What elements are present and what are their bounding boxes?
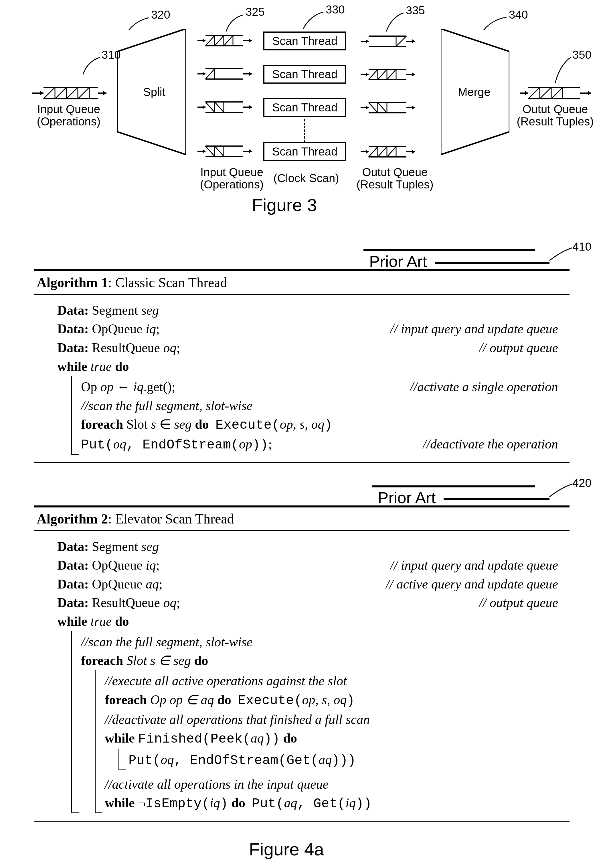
prior-art-rule-2a [372,485,535,487]
figure-3: Input Queue(Operations) Split Merge Scan… [0,0,605,252]
ref-330: 330 [326,3,345,16]
prior-art-rule-1a [364,249,535,251]
prior-art-2: Prior Art [378,488,436,507]
ref-325: 325 [246,6,265,18]
ref-420: 420 [573,477,591,489]
prior-art-rule-1b [435,262,549,264]
prior-art-rule-2b [444,498,549,500]
algo1-body: Data: Segment seg Data: OpQueue iq;// in… [34,294,569,462]
algorithm-1: Algorithm 1: Classic Scan Thread Data: S… [34,269,569,463]
algo2-title: Algorithm 2: Elevator Scan Thread [34,507,569,530]
algo2-body: Data: Segment seg Data: OpQueue iq;// in… [34,531,569,821]
ref-340: 340 [509,9,528,21]
figure-4a-caption: Figure 4a [249,839,324,859]
algorithm-2: Algorithm 2: Elevator Scan Thread Data: … [34,505,569,822]
ref-leaders [0,0,605,206]
prior-art-1: Prior Art [369,252,427,271]
ref-335: 335 [406,4,425,17]
ref-350: 350 [573,49,591,61]
ref-410: 410 [573,240,591,253]
ref-310: 310 [102,49,121,61]
algo1-title: Algorithm 1: Classic Scan Thread [34,271,569,294]
figure-3-caption: Figure 3 [252,195,317,215]
ref-320: 320 [151,9,170,21]
